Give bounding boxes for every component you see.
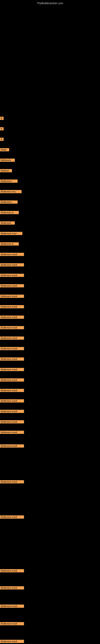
bottleneck-result-label: Bottleneck resul [0,232,22,235]
bottleneck-result-label: Bottleneck r [0,200,18,204]
bottleneck-result-label: Bottleneck result [0,326,24,329]
labels-container: BBBBottleBottleneckBottleneBottleneck rB… [0,6,100,644]
bottleneck-result-label: Bottleneck result [0,389,24,392]
bottleneck-result-label: Bottleneck [0,222,15,224]
bottleneck-result-label: Bottleneck result [0,336,24,340]
bottleneck-result-label: B [0,117,3,120]
bottleneck-result-label: Bottleneck result [0,622,24,625]
site-title: TheBottlenecker.com [0,0,100,6]
bottleneck-result-label: B [0,127,3,130]
bottleneck-result-label: Bottleneck result [0,399,24,402]
bottleneck-result-label: Bottleneck result [0,263,24,266]
bottleneck-result-label: Bottleneck re [0,242,19,246]
bottleneck-result-label: Bottleneck result [0,480,24,484]
bottleneck-result-label: Bottleneck result [0,358,24,361]
bottleneck-result-label: Bottleneck result [0,347,24,350]
bottleneck-result-label: Bottleneck resu [0,190,22,193]
bottleneck-result-label: Bottleneck result [0,253,24,256]
bottleneck-result-label: Bottle [0,148,9,151]
bottleneck-result-label: Bottleneck result [0,444,24,448]
bottleneck-result-label: Bottleneck [0,158,15,162]
bottleneck-result-label: Bottleneck result [0,295,24,298]
bottleneck-result-label: Bottleneck result [0,410,24,413]
bottleneck-result-label: Bottleneck result [0,604,24,608]
bottleneck-result-label: Bottleneck result [0,431,24,434]
bottleneck-result-label: Bottleneck result [0,316,24,319]
bottleneck-result-label: Bottleneck result [0,378,24,382]
bottleneck-result-label: Bottleneck result [0,569,24,572]
bottleneck-result-label: Bottleneck r [0,180,18,183]
bottleneck-result-label: Bottlene [0,169,12,172]
bottleneck-result-label: Bottleneck result [0,516,24,518]
bottleneck-result-label: Bottleneck re [0,211,19,214]
bottleneck-result-label: Bottleneck result [0,420,24,424]
bottleneck-result-label: Bottleneck result [0,305,24,308]
bottleneck-result-label: Bottleneck result [0,284,24,288]
bottleneck-result-label: B [0,138,3,141]
bottleneck-result-label: Bottleneck result [0,368,24,371]
bottleneck-result-label: Bottleneck result [0,586,24,590]
bottleneck-result-label: Bottleneck result [0,274,24,277]
bottleneck-result-label: Bottleneck result [0,640,24,643]
